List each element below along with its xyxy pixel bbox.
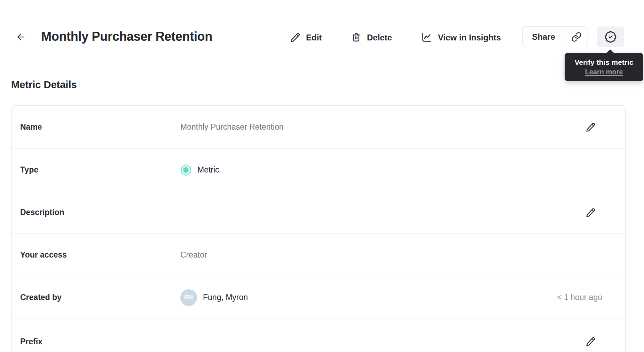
- avatar: FM: [180, 289, 197, 306]
- pencil-icon: [586, 336, 596, 347]
- delete-button[interactable]: Delete: [351, 30, 392, 45]
- section-heading: Metric Details: [11, 79, 77, 91]
- row-label-prefix: Prefix: [20, 337, 180, 346]
- pencil-icon: [586, 207, 596, 218]
- created-by-name: Fung, Myron: [203, 293, 248, 302]
- metric-details-page: Monthly Purchaser Retention Edit Delete …: [0, 0, 644, 352]
- edit-button[interactable]: Edit: [290, 30, 322, 45]
- learn-more-link[interactable]: Learn more: [585, 68, 623, 76]
- row-value-your-access: Creator: [180, 250, 596, 260]
- edit-description-button[interactable]: [586, 207, 596, 218]
- row-label-name: Name: [20, 122, 180, 132]
- link-icon: [571, 32, 582, 42]
- table-row-prefix: Prefix: [11, 319, 625, 352]
- metric-details-card: Name Monthly Purchaser Retention Type: [11, 105, 626, 352]
- table-row-created-by: Created by FM Fung, Myron < 1 hour ago: [11, 276, 625, 319]
- view-in-insights-label: View in Insights: [438, 32, 501, 43]
- header-divider: [11, 64, 644, 64]
- verified-badge-icon: [604, 31, 617, 43]
- verify-metric-tooltip: Verify this metric Learn more: [565, 53, 643, 81]
- trash-icon: [351, 32, 362, 43]
- view-in-insights-button[interactable]: View in Insights: [421, 30, 501, 45]
- row-label-created-by: Created by: [20, 293, 180, 302]
- metric-hexagon-icon: [180, 164, 191, 176]
- created-timestamp: < 1 hour ago: [557, 293, 602, 302]
- copy-link-button[interactable]: [565, 27, 588, 47]
- pencil-icon: [290, 32, 301, 43]
- line-chart-icon: [421, 31, 433, 44]
- page-title: Monthly Purchaser Retention: [41, 29, 212, 44]
- back-button[interactable]: [15, 31, 26, 43]
- edit-prefix-button[interactable]: [586, 336, 596, 347]
- row-value-type: Metric: [180, 164, 596, 176]
- row-value-name: Monthly Purchaser Retention: [180, 122, 586, 132]
- arrow-left-icon: [16, 32, 26, 42]
- type-value-label: Metric: [197, 165, 219, 175]
- share-button[interactable]: Share: [523, 27, 565, 47]
- tooltip-title: Verify this metric: [567, 58, 641, 67]
- table-row-description: Description: [11, 191, 625, 234]
- row-value-created-by: FM Fung, Myron: [180, 289, 557, 306]
- delete-label: Delete: [367, 32, 392, 43]
- edit-label: Edit: [306, 32, 322, 43]
- row-label-your-access: Your access: [20, 250, 180, 260]
- table-row-name: Name Monthly Purchaser Retention: [11, 106, 625, 149]
- row-label-description: Description: [20, 208, 180, 217]
- pencil-icon: [586, 122, 596, 132]
- row-label-type: Type: [20, 165, 180, 175]
- share-button-group: Share: [522, 26, 588, 47]
- verify-metric-button[interactable]: [597, 26, 624, 47]
- edit-name-button[interactable]: [586, 122, 596, 132]
- table-row-type: Type Metric: [11, 149, 625, 191]
- table-row-your-access: Your access Creator: [11, 234, 625, 276]
